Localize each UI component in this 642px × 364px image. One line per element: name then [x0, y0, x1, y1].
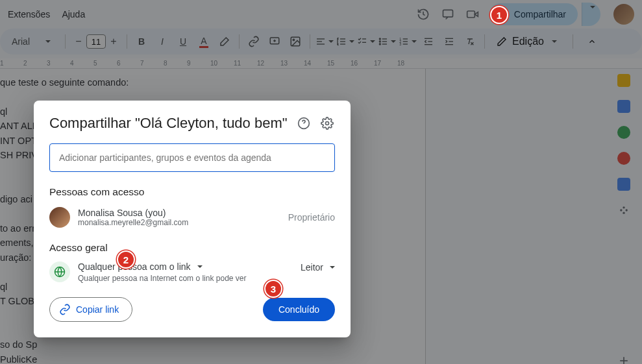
chevron-down-icon: [330, 266, 335, 269]
svg-point-45: [326, 122, 329, 125]
settings-icon[interactable]: [319, 115, 335, 131]
person-email: monalisa.meyrelle2@gmail.com: [78, 218, 188, 227]
general-access-row: Qualquer pessoa com o link Qualquer pess…: [49, 261, 335, 283]
copy-link-button[interactable]: Copiar link: [49, 297, 132, 322]
globe-icon: [49, 261, 70, 282]
help-icon[interactable]: [296, 115, 312, 131]
chevron-down-icon: [197, 265, 203, 268]
person-name: Monalisa Sousa (you): [78, 208, 188, 218]
general-access-title: Acesso geral: [49, 242, 335, 254]
role-dropdown[interactable]: Leitor: [301, 262, 335, 273]
access-scope-dropdown[interactable]: Qualquer pessoa com o link: [78, 261, 293, 272]
copy-link-label: Copiar link: [76, 304, 119, 315]
person-avatar: [49, 207, 70, 228]
access-description: Qualquer pessoa na Internet com o link p…: [78, 274, 293, 283]
owner-row: Monalisa Sousa (you) monalisa.meyrelle2@…: [49, 207, 335, 228]
add-people-input[interactable]: [49, 143, 335, 172]
annotation-marker-2: 2: [117, 250, 135, 269]
annotation-marker-1: 1: [490, 6, 508, 24]
people-section-title: Pessoas com acesso: [49, 186, 335, 198]
role-label: Leitor: [301, 262, 323, 273]
person-role: Proprietário: [288, 212, 335, 223]
share-dialog: Compartilhar "Olá Cleyton, tudo bem" Pes…: [34, 101, 351, 337]
annotation-marker-3: 3: [264, 280, 282, 298]
done-button[interactable]: Concluído: [263, 298, 335, 321]
dialog-title: Compartilhar "Olá Cleyton, tudo bem": [49, 115, 288, 132]
